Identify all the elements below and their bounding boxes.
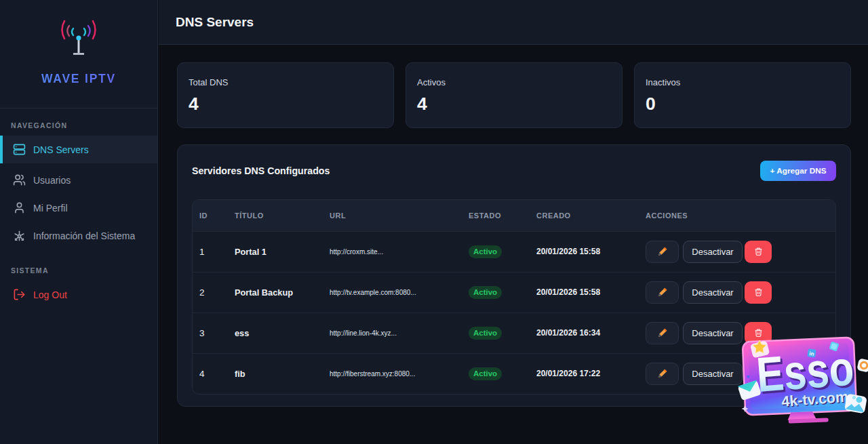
svg-text:in: in <box>809 350 814 357</box>
